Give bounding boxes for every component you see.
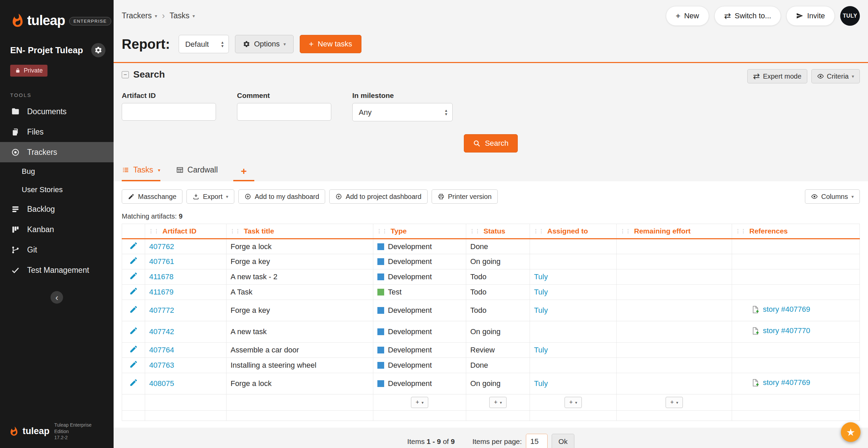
- column-header-assigned-to[interactable]: ⋮⋮Assigned to: [530, 224, 617, 239]
- sidebar-item-documents[interactable]: Documents: [0, 101, 114, 122]
- artifact-id-cell: 411679: [145, 285, 226, 300]
- edit-artifact-icon[interactable]: [129, 305, 138, 314]
- add-status-value-button[interactable]: +▾: [489, 397, 507, 408]
- column-header-references[interactable]: ⋮⋮References: [732, 224, 860, 239]
- new-tasks-button[interactable]: + New tasks: [300, 35, 361, 53]
- tools-section-label: TOOLS: [10, 92, 103, 98]
- artifact-id-link[interactable]: 407764: [149, 346, 174, 354]
- references-cell: [732, 343, 860, 358]
- new-button[interactable]: + New: [666, 6, 709, 26]
- edit-artifact-icon[interactable]: [129, 256, 138, 265]
- drag-handle-icon[interactable]: ⋮⋮: [620, 228, 631, 234]
- artifact-id-input[interactable]: [122, 103, 216, 121]
- artifact-id-link[interactable]: 407762: [149, 242, 174, 251]
- artifact-id-link[interactable]: 408075: [149, 379, 174, 388]
- edit-artifact-icon[interactable]: [129, 241, 138, 250]
- drag-handle-icon[interactable]: ⋮⋮: [230, 228, 241, 234]
- help-button[interactable]: ★: [841, 422, 861, 442]
- assigned-user-link[interactable]: Tuly: [534, 288, 548, 296]
- artifact-id-cell: 411678: [145, 269, 226, 285]
- items-range-values: 1 - 9: [427, 437, 441, 445]
- column-header-status[interactable]: ⋮⋮Status: [466, 224, 530, 239]
- sidebar-item-git[interactable]: Git: [0, 240, 114, 260]
- lock-icon: [15, 68, 21, 74]
- report-tabs: Tasks ▾ Cardwall +: [114, 161, 868, 181]
- add-tab-button[interactable]: +: [233, 165, 254, 181]
- type-cell: Development: [373, 269, 466, 285]
- search-button[interactable]: Search: [464, 134, 518, 152]
- sidebar-item-files[interactable]: Files: [0, 122, 114, 142]
- column-header-remaining-effort[interactable]: ⋮⋮Remaining effort: [617, 224, 732, 239]
- masschange-button[interactable]: Masschange: [122, 189, 182, 204]
- sidebar-item-bug[interactable]: Bug: [0, 162, 114, 181]
- collapse-search-button[interactable]: −: [122, 71, 129, 78]
- reference-link[interactable]: story #407770: [763, 326, 810, 335]
- add-to-project-dashboard-button[interactable]: Add to project dashboard: [329, 189, 428, 204]
- assigned-user-link[interactable]: Tuly: [534, 346, 548, 354]
- edit-artifact-icon[interactable]: [129, 345, 138, 353]
- sidebar-item-test-management[interactable]: Test Management: [0, 260, 114, 280]
- artifact-table-body: 407762Forge a lockDevelopmentDone407761F…: [122, 239, 860, 394]
- artifact-id-link[interactable]: 411679: [149, 288, 174, 296]
- edit-artifact-icon[interactable]: [129, 287, 138, 296]
- edit-artifact-icon[interactable]: [129, 271, 138, 280]
- assigned-user-link[interactable]: Tuly: [534, 379, 548, 388]
- sidebar-item-trackers[interactable]: Trackers: [0, 142, 114, 162]
- column-header-task-title[interactable]: ⋮⋮Task title: [226, 224, 373, 239]
- comment-input[interactable]: [237, 103, 331, 121]
- avatar[interactable]: TULY: [840, 6, 860, 26]
- artifact-id-link[interactable]: 407763: [149, 361, 174, 369]
- project-settings-button[interactable]: [91, 43, 105, 57]
- sidebar-item-kanban[interactable]: Kanban: [0, 219, 114, 240]
- tab-cardwall[interactable]: Cardwall: [176, 165, 218, 181]
- assigned-user-link[interactable]: Tuly: [534, 306, 548, 314]
- columns-button[interactable]: Columns ▾: [805, 189, 860, 204]
- edit-artifact-icon[interactable]: [129, 360, 138, 369]
- breadcrumb-item-trackers[interactable]: Trackers ▾: [122, 11, 157, 20]
- effort-cell: [617, 321, 732, 343]
- drag-handle-icon[interactable]: ⋮⋮: [149, 228, 159, 234]
- drag-handle-icon[interactable]: ⋮⋮: [533, 228, 544, 234]
- per-page-ok-button[interactable]: Ok: [552, 434, 574, 448]
- type-color-swatch: [377, 258, 384, 265]
- column-header-artifact-id[interactable]: ⋮⋮Artifact ID: [145, 224, 226, 239]
- artifacts-panel: Masschange Export ▾ Add to my dashboard …: [114, 181, 868, 428]
- criteria-button[interactable]: Criteria ▾: [811, 69, 860, 83]
- breadcrumb-label: Trackers: [122, 11, 152, 20]
- edit-artifact-icon[interactable]: [129, 326, 138, 335]
- sidebar-item-user-stories[interactable]: User Stories: [0, 181, 114, 199]
- invite-button[interactable]: Invite: [786, 6, 835, 26]
- sidebar-item-label: Bug: [22, 167, 35, 176]
- breadcrumb-item-tasks[interactable]: Tasks ▾: [170, 11, 195, 20]
- type-color-swatch: [377, 362, 384, 369]
- column-header-type[interactable]: ⋮⋮Type: [373, 224, 466, 239]
- reference-link[interactable]: story #407769: [763, 378, 810, 387]
- export-button[interactable]: Export ▾: [186, 189, 234, 204]
- report-select[interactable]: Default: [179, 35, 229, 53]
- reference-link[interactable]: story #407769: [763, 305, 810, 314]
- task-title-cell: Forge a key: [226, 300, 373, 321]
- drag-handle-icon[interactable]: ⋮⋮: [377, 228, 388, 234]
- artifact-id-link[interactable]: 407772: [149, 306, 174, 314]
- expert-mode-button[interactable]: ⇄ Expert mode: [747, 69, 807, 83]
- sidebar-collapse-button[interactable]: ‹: [51, 291, 63, 304]
- switch-to-button[interactable]: ⇄ Switch to...: [714, 6, 781, 26]
- drag-handle-icon[interactable]: ⋮⋮: [735, 228, 746, 234]
- artifact-id-link[interactable]: 407761: [149, 257, 174, 266]
- add-type-value-button[interactable]: +▾: [411, 397, 429, 408]
- artifact-id-link[interactable]: 407742: [149, 327, 174, 336]
- artifact-id-link[interactable]: 411678: [149, 272, 174, 281]
- sidebar-item-backlog[interactable]: Backlog: [0, 199, 114, 219]
- printer-version-button[interactable]: Printer version: [432, 189, 498, 204]
- add-to-my-dashboard-button[interactable]: Add to my dashboard: [238, 189, 325, 204]
- report-options-button[interactable]: Options ▾: [235, 35, 294, 53]
- per-page-input[interactable]: [526, 434, 548, 448]
- edit-artifact-icon[interactable]: [129, 378, 138, 387]
- add-effort-value-button[interactable]: +▾: [666, 397, 683, 408]
- assigned-user-link[interactable]: Tuly: [534, 272, 548, 281]
- add-assigned-value-button[interactable]: +▾: [565, 397, 582, 408]
- effort-cell: [617, 358, 732, 373]
- drag-handle-icon[interactable]: ⋮⋮: [470, 228, 480, 234]
- milestone-select[interactable]: Any: [352, 103, 453, 121]
- tab-tasks[interactable]: Tasks ▾: [122, 165, 160, 181]
